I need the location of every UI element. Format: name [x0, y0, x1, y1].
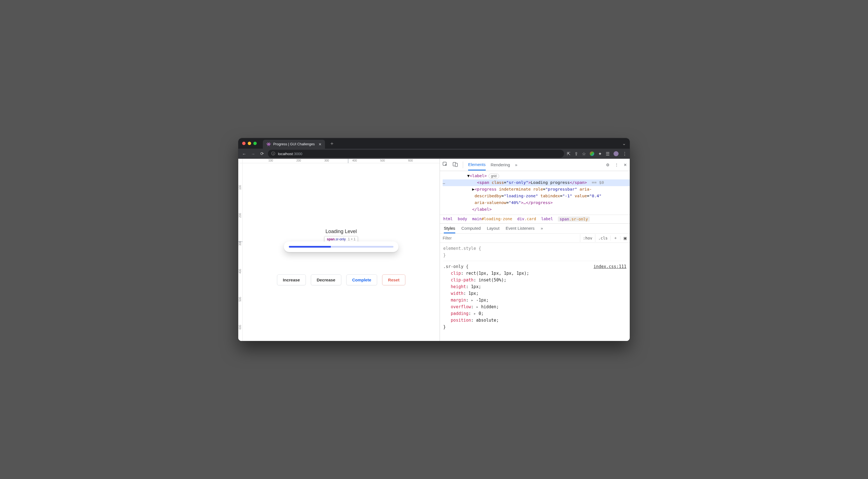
page-title: Loading Level	[243, 229, 440, 234]
site-info-icon[interactable]: ⓘ	[271, 151, 275, 156]
extensions-icon[interactable]: ✦	[598, 151, 602, 157]
styles-filter-bar: :hov .cls ＋ ▣	[440, 233, 630, 243]
window-controls	[242, 142, 257, 145]
content-split: 100200300400500600 100200300400500600 Lo…	[238, 159, 630, 341]
breadcrumb-item[interactable]: body	[458, 217, 467, 222]
cls-toggle[interactable]: .cls	[595, 234, 611, 242]
complete-button[interactable]: Complete	[346, 275, 377, 285]
tab-elements[interactable]: Elements	[468, 162, 486, 170]
tab-event-listeners[interactable]: Event Listeners	[505, 226, 534, 233]
tabs-overflow-icon[interactable]: »	[515, 162, 517, 167]
kebab-icon[interactable]: ⋮	[615, 163, 619, 167]
favicon-icon: 👾	[266, 142, 271, 147]
tab-rendering[interactable]: Rendering	[491, 162, 510, 167]
share-icon[interactable]: ⇪	[575, 151, 578, 157]
tab-styles[interactable]: Styles	[444, 226, 455, 233]
tab-title: Progress | GUI Challenges	[273, 142, 315, 146]
breadcrumb-item[interactable]: div.card	[517, 217, 536, 222]
bookmark-icon[interactable]: ☆	[582, 151, 586, 157]
decrease-button[interactable]: Decrease	[311, 275, 341, 285]
browser-window: 👾 Progress | GUI Challenges ✕ ＋ ⌄ ← → ⟳ …	[238, 138, 630, 341]
reload-icon[interactable]: ⟳	[259, 151, 265, 156]
tooltip-dims: 1 × 1	[348, 237, 355, 241]
styles-pane[interactable]: element.style { } index.css:111.sr-only …	[440, 243, 630, 341]
styles-tabs: Styles Computed Layout Event Listeners »	[440, 223, 630, 233]
styles-overflow-icon[interactable]: »	[541, 226, 543, 233]
profile-avatar[interactable]	[614, 151, 619, 156]
device-toolbar-icon[interactable]	[453, 162, 458, 168]
css-source-link[interactable]: index.css:111	[594, 263, 626, 270]
viewport: 100200300400500600 100200300400500600 Lo…	[238, 159, 440, 341]
address-bar[interactable]: ⓘ localhost:3000	[268, 150, 564, 158]
minimize-icon[interactable]	[248, 142, 251, 145]
new-tab-button[interactable]: ＋	[330, 140, 335, 147]
progress-card	[284, 242, 399, 252]
progress-fill	[289, 246, 331, 248]
toolbar: ← → ⟳ ⓘ localhost:3000 ⇱ ⇪ ☆ ✦ ☰ ⋮	[238, 149, 630, 159]
breadcrumb-item[interactable]: span.sr-only	[558, 217, 589, 222]
reset-button[interactable]: Reset	[382, 275, 405, 285]
extension-icon[interactable]	[590, 152, 594, 156]
devtools-panel: Elements Rendering » ⚙ ⋮ ✕ ▼<label>grid …	[440, 159, 630, 341]
reading-list-icon[interactable]: ☰	[606, 151, 610, 157]
button-row: Increase Decrease Complete Reset	[277, 275, 405, 285]
breadcrumb-item[interactable]: label	[541, 217, 553, 222]
maximize-icon[interactable]	[253, 142, 257, 145]
tooltip-selector: span.sr-only	[327, 237, 346, 241]
ruler-horizontal: 100200300400500600	[243, 159, 440, 163]
close-devtools-icon[interactable]: ✕	[624, 163, 627, 167]
close-tab-icon[interactable]: ✕	[318, 142, 321, 147]
stage: Loading Level span.sr-only 1 × 1 Increas…	[243, 163, 440, 341]
panel-layout-icon[interactable]: ▣	[620, 236, 630, 240]
browser-tab[interactable]: 👾 Progress | GUI Challenges ✕	[263, 140, 325, 149]
ruler-vertical: 100200300400500600	[238, 163, 243, 341]
forward-icon[interactable]: →	[250, 152, 256, 156]
tab-computed[interactable]: Computed	[461, 226, 481, 233]
increase-button[interactable]: Increase	[277, 275, 306, 285]
new-style-rule-button[interactable]: ＋	[611, 235, 620, 241]
svg-rect-2	[455, 163, 458, 166]
devtools-tabs: Elements Rendering » ⚙ ⋮ ✕	[440, 159, 630, 171]
ruler-corner	[238, 159, 243, 163]
tab-layout[interactable]: Layout	[487, 226, 499, 233]
dom-breadcrumb[interactable]: htmlbodymain#loading-zonediv.cardlabelsp…	[440, 215, 630, 223]
back-icon[interactable]: ←	[241, 152, 247, 156]
progress-track	[289, 246, 394, 248]
styles-filter-input[interactable]	[440, 234, 580, 243]
window-menu-icon[interactable]: ⌄	[622, 141, 626, 146]
url-port: :3000	[293, 152, 302, 156]
gear-icon[interactable]: ⚙	[606, 163, 610, 167]
open-external-icon[interactable]: ⇱	[567, 151, 570, 157]
url-host: localhost	[278, 152, 293, 156]
breadcrumb-item[interactable]: html	[443, 217, 453, 222]
hov-toggle[interactable]: :hov	[580, 234, 595, 242]
breadcrumb-item[interactable]: main#loading-zone	[472, 217, 512, 222]
inspect-element-icon[interactable]	[443, 162, 448, 168]
titlebar: 👾 Progress | GUI Challenges ✕ ＋ ⌄	[238, 138, 630, 149]
dom-tree[interactable]: ▼<label>grid … <span class="sr-only">Loa…	[440, 171, 630, 215]
kebab-menu-icon[interactable]: ⋮	[622, 151, 627, 157]
close-icon[interactable]	[242, 142, 246, 145]
